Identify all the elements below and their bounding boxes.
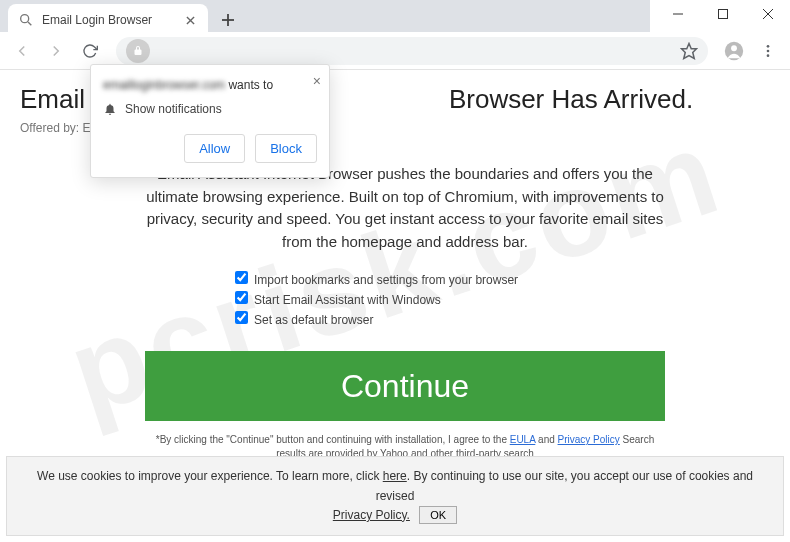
new-tab-button[interactable] <box>214 6 242 34</box>
menu-icon[interactable] <box>754 37 782 65</box>
close-icon[interactable] <box>182 12 198 28</box>
search-icon <box>18 12 34 28</box>
cookie-privacy-link[interactable]: Privacy Policy. <box>333 508 410 522</box>
block-button[interactable]: Block <box>255 134 317 163</box>
notification-message: Show notifications <box>125 102 222 116</box>
checkbox-default[interactable] <box>235 311 248 324</box>
check-import[interactable]: Import bookmarks and settings from your … <box>235 271 575 287</box>
reload-button[interactable] <box>76 37 104 65</box>
bell-icon <box>103 102 117 116</box>
privacy-link[interactable]: Privacy Policy <box>558 434 620 445</box>
notification-prompt: × emailloginbrowser.com wants to Show no… <box>90 64 330 178</box>
minimize-button[interactable] <box>655 0 700 28</box>
wants-to-text: wants to <box>225 78 273 92</box>
check-default[interactable]: Set as default browser <box>235 311 575 327</box>
learn-more-link[interactable]: here <box>383 469 407 483</box>
svg-point-14 <box>767 49 770 52</box>
svg-marker-10 <box>682 43 697 58</box>
allow-button[interactable]: Allow <box>184 134 245 163</box>
back-button[interactable] <box>8 37 36 65</box>
eula-link[interactable]: EULA <box>510 434 536 445</box>
svg-point-12 <box>731 45 737 51</box>
tab-title: Email Login Browser <box>42 13 152 27</box>
check-startup[interactable]: Start Email Assistant with Windows <box>235 291 575 307</box>
install-options: Import bookmarks and settings from your … <box>235 271 575 327</box>
cookie-ok-button[interactable]: OK <box>419 506 457 524</box>
lock-icon <box>126 39 150 63</box>
close-window-button[interactable] <box>745 0 790 28</box>
maximize-button[interactable] <box>700 0 745 28</box>
checkbox-import[interactable] <box>235 271 248 284</box>
address-bar[interactable] <box>116 37 708 65</box>
forward-button[interactable] <box>42 37 70 65</box>
svg-line-1 <box>28 22 31 25</box>
checkbox-startup[interactable] <box>235 291 248 304</box>
svg-point-0 <box>21 15 29 23</box>
bookmark-star-icon[interactable] <box>680 42 698 60</box>
svg-point-13 <box>767 45 770 48</box>
tab-strip: Email Login Browser <box>0 0 650 36</box>
svg-rect-7 <box>718 10 727 19</box>
close-icon[interactable]: × <box>313 73 321 89</box>
profile-icon[interactable] <box>720 37 748 65</box>
svg-point-15 <box>767 54 770 57</box>
continue-button[interactable]: Continue <box>145 351 665 421</box>
cookie-banner: We use cookies to improve your experienc… <box>6 456 784 536</box>
notification-origin: emailloginbrowser.com <box>103 78 225 92</box>
